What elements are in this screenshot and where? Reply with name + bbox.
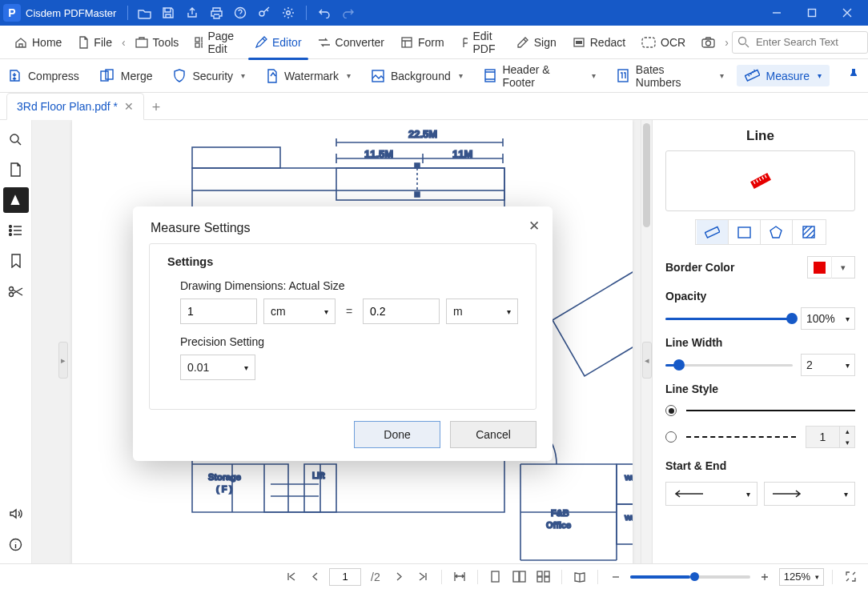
document-tab[interactable]: 3Rd Floor Plan.pdf * ✕ xyxy=(6,93,144,120)
rail-clip-icon[interactable] xyxy=(3,278,29,304)
tool-merge[interactable]: Merge xyxy=(92,66,161,86)
first-page-icon[interactable] xyxy=(281,567,300,587)
read-mode-icon[interactable] xyxy=(570,567,589,587)
redo-icon[interactable] xyxy=(337,2,360,24)
scroll-right-icon[interactable]: › xyxy=(725,36,729,49)
measure-poly-button[interactable] xyxy=(761,220,793,244)
drawing-value-input[interactable] xyxy=(180,299,257,324)
pin-toolbar-button[interactable] xyxy=(839,63,868,89)
tool-compress[interactable]: Compress xyxy=(0,66,87,86)
arrow-left-icon xyxy=(673,489,705,499)
rail-sound-icon[interactable] xyxy=(3,501,29,527)
view-facing-icon[interactable] xyxy=(510,567,529,587)
line-style-dashed-radio[interactable] xyxy=(665,431,677,443)
tab-camera[interactable] xyxy=(695,33,721,51)
line-style-dashed-preview xyxy=(686,436,796,438)
svg-rect-7 xyxy=(195,43,199,47)
end-arrow-dropdown[interactable]: ▾ xyxy=(764,482,856,506)
tab-redact[interactable]: Redact xyxy=(566,33,632,52)
maximize-button[interactable] xyxy=(794,0,830,26)
tab-home[interactable]: Home xyxy=(8,33,68,52)
border-color-dropdown[interactable]: ▾ xyxy=(807,256,855,278)
chevron-down-icon: ▾ xyxy=(832,262,854,273)
dash-up-icon[interactable]: ▴ xyxy=(840,426,854,437)
rail-list-icon[interactable] xyxy=(3,218,29,243)
actual-unit-select[interactable]: m▾ xyxy=(446,299,518,324)
scroll-left-icon[interactable]: ‹ xyxy=(122,36,126,49)
view-single-icon[interactable] xyxy=(486,567,505,587)
cancel-button[interactable]: Cancel xyxy=(450,421,536,448)
last-page-icon[interactable] xyxy=(414,567,433,587)
zoom-in-icon[interactable] xyxy=(755,567,774,587)
page-number-input[interactable] xyxy=(329,568,361,586)
next-page-icon[interactable] xyxy=(390,567,409,587)
help-icon[interactable] xyxy=(229,2,251,24)
measure-line-button[interactable] xyxy=(697,220,729,244)
document-tab-close-icon[interactable]: ✕ xyxy=(124,100,134,113)
document-tab-label: 3Rd Floor Plan.pdf * xyxy=(17,100,118,113)
dash-value-stepper[interactable]: 1 ▴▾ xyxy=(806,426,855,448)
fit-width-icon[interactable] xyxy=(450,567,469,587)
minimize-button[interactable] xyxy=(759,0,794,26)
measure-hatch-button[interactable] xyxy=(793,220,825,244)
right-splitter[interactable]: ◂ xyxy=(642,342,652,379)
tab-editor[interactable]: Editor xyxy=(248,33,308,52)
measure-rect-button[interactable] xyxy=(729,220,761,244)
save-icon[interactable] xyxy=(157,2,179,24)
drawing-unit-select[interactable]: cm▾ xyxy=(263,299,336,324)
open-icon[interactable] xyxy=(133,2,155,24)
key-icon[interactable] xyxy=(253,2,275,24)
search-input[interactable] xyxy=(754,35,858,49)
rail-page-icon[interactable] xyxy=(3,157,29,182)
fullscreen-icon[interactable] xyxy=(841,567,860,587)
zoom-out-icon[interactable] xyxy=(606,567,625,587)
start-arrow-dropdown[interactable]: ▾ xyxy=(665,482,757,506)
undo-icon[interactable] xyxy=(313,2,336,24)
tool-header-footer[interactable]: Header & Footer▾ xyxy=(476,60,604,92)
status-bar: /2 125%▾ xyxy=(0,563,868,589)
zoom-level-dropdown[interactable]: 125%▾ xyxy=(779,568,824,586)
opacity-value-dropdown[interactable]: 100%▾ xyxy=(801,307,855,330)
prev-page-icon[interactable] xyxy=(305,567,324,587)
rail-text-mode-icon[interactable] xyxy=(3,187,29,213)
line-width-slider[interactable] xyxy=(665,357,793,373)
tab-file[interactable]: File xyxy=(71,33,119,52)
svg-rect-5 xyxy=(195,38,199,42)
view-continuous-icon[interactable] xyxy=(534,567,553,587)
zoom-slider[interactable] xyxy=(630,575,750,579)
tool-measure[interactable]: Measure▾ xyxy=(737,65,830,86)
svg-point-15 xyxy=(738,38,745,45)
tab-page-edit[interactable]: Page Edit xyxy=(188,26,245,58)
dialog-close-icon[interactable]: ✕ xyxy=(528,218,540,234)
line-width-value-dropdown[interactable]: 2▾ xyxy=(801,354,855,376)
new-tab-button[interactable]: + xyxy=(144,95,168,119)
tab-sign[interactable]: Sign xyxy=(510,33,563,52)
search-box[interactable] xyxy=(732,31,868,54)
tool-watermark[interactable]: Watermark▾ xyxy=(258,66,359,86)
precision-label: Precision Setting xyxy=(180,335,518,348)
opacity-slider[interactable] xyxy=(665,311,793,327)
share-icon[interactable] xyxy=(181,2,203,24)
tab-converter[interactable]: Converter xyxy=(311,33,391,52)
close-button[interactable] xyxy=(830,0,865,26)
tab-form[interactable]: Form xyxy=(394,33,451,52)
svg-text:Storage: Storage xyxy=(208,472,241,482)
tool-security[interactable]: Security▾ xyxy=(165,66,253,86)
tab-tools[interactable]: Tools xyxy=(129,33,186,52)
actual-value-input[interactable] xyxy=(363,299,440,324)
dash-down-icon[interactable]: ▾ xyxy=(840,437,854,448)
rail-info-icon[interactable] xyxy=(3,531,29,557)
tab-edit-pdf[interactable]: Edit PDF xyxy=(454,26,507,58)
done-button[interactable]: Done xyxy=(354,421,440,448)
precision-select[interactable]: 0.01▾ xyxy=(180,355,255,380)
line-style-solid-radio[interactable] xyxy=(665,405,677,416)
tab-ocr[interactable]: OCR xyxy=(635,33,692,52)
tool-background[interactable]: Background▾ xyxy=(364,66,471,86)
settings-icon[interactable] xyxy=(277,2,299,24)
left-splitter[interactable]: ▸ xyxy=(58,342,68,379)
print-icon[interactable] xyxy=(205,2,227,24)
rail-bookmark-icon[interactable] xyxy=(3,248,29,274)
line-width-label: Line Width xyxy=(665,336,855,349)
tool-bates[interactable]: Bates Numbers▾ xyxy=(609,60,731,92)
rail-search-icon[interactable] xyxy=(3,126,29,152)
